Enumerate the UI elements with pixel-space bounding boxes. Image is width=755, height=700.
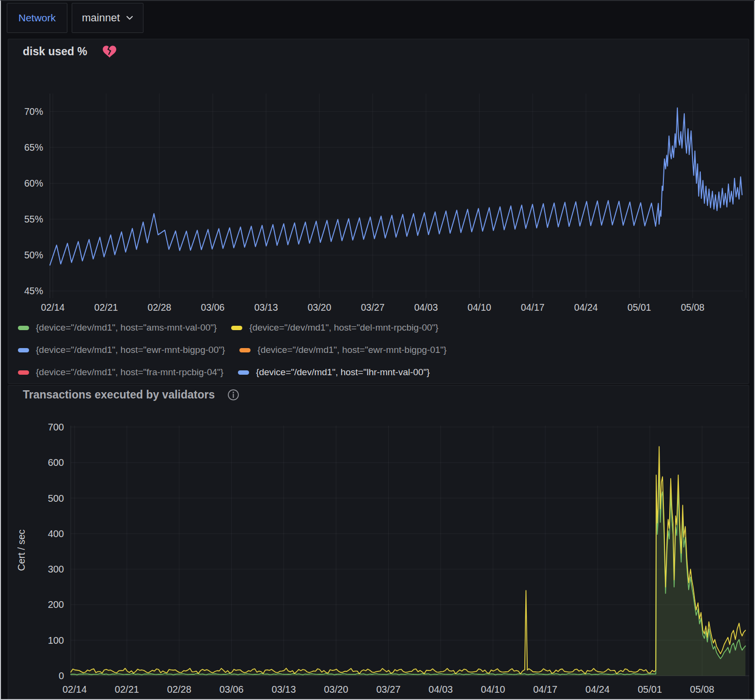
legend-series-label: {device="/dev/md1", host="ams-mnt-val-00… <box>36 322 217 333</box>
tx-panel-title[interactable]: Transactions executed by validators <box>23 388 215 401</box>
svg-text:05/08: 05/08 <box>690 684 714 695</box>
legend-series-swatch[interactable] <box>238 370 249 375</box>
disk-panel-header: disk used % <box>23 45 116 58</box>
legend-item[interactable]: {device="/dev/md1", host="ewr-mnt-bigpg-… <box>18 345 225 355</box>
svg-text:02/28: 02/28 <box>148 302 172 313</box>
svg-text:02/14: 02/14 <box>63 684 87 695</box>
legend-item[interactable]: {device="/dev/md1", host="fra-mnt-rpcbig… <box>18 367 223 378</box>
network-variable-value-text: mainnet <box>82 12 120 24</box>
tx-series-fill-green <box>71 463 745 676</box>
svg-text:05/01: 05/01 <box>628 302 651 313</box>
svg-text:65%: 65% <box>24 142 43 153</box>
svg-text:03/06: 03/06 <box>201 302 225 313</box>
svg-text:300: 300 <box>48 564 64 574</box>
legend-series-swatch[interactable] <box>18 370 29 375</box>
legend-row: {device="/dev/md1", host="ewr-mnt-bigpg-… <box>18 339 744 361</box>
legend-series-label: {device="/dev/md1", host="del-mnt-rpcbig… <box>249 322 438 333</box>
disk-used-series-line <box>50 108 742 265</box>
svg-text:70%: 70% <box>24 106 43 117</box>
svg-text:500: 500 <box>48 493 64 504</box>
chevron-down-icon <box>126 16 133 20</box>
svg-text:03/13: 03/13 <box>254 302 278 313</box>
svg-text:03/06: 03/06 <box>220 684 244 695</box>
svg-text:700: 700 <box>48 422 64 432</box>
svg-text:200: 200 <box>48 599 64 610</box>
svg-text:03/27: 03/27 <box>376 684 400 695</box>
transactions-chart[interactable]: 010020030040050060070002/1402/2102/2803/… <box>8 385 750 700</box>
legend-item[interactable]: {device="/dev/md1", host="ewr-mnt-bigpg-… <box>239 345 446 355</box>
legend-row: {device="/dev/md1", host="ams-mnt-val-00… <box>18 317 744 339</box>
svg-text:02/28: 02/28 <box>167 684 191 695</box>
svg-text:05/01: 05/01 <box>638 684 662 695</box>
legend-series-swatch[interactable] <box>18 326 29 330</box>
network-variable-label[interactable]: Network <box>7 3 67 33</box>
legend-item[interactable]: {device="/dev/md1", host="del-mnt-rpcbig… <box>231 322 438 333</box>
tx-y-axis-title: Cert / sec <box>16 529 27 571</box>
panel-disk-used: disk used % 45%50%55%60%65%70%02/1402/21… <box>8 39 749 384</box>
svg-text:03/27: 03/27 <box>361 302 385 313</box>
tx-series-line-yellow <box>71 446 745 674</box>
svg-text:04/17: 04/17 <box>533 684 557 695</box>
legend-item[interactable]: {device="/dev/md1", host="ams-mnt-val-00… <box>18 322 217 333</box>
svg-text:04/03: 04/03 <box>414 302 438 313</box>
tx-series-fill-yellow <box>71 446 745 676</box>
legend-row: {device="/dev/md1", host="fra-mnt-rpcbig… <box>18 361 744 383</box>
svg-text:60%: 60% <box>24 178 43 189</box>
legend-item[interactable]: {device="/dev/md1", host="lhr-mnt-val-00… <box>238 367 430 378</box>
svg-text:45%: 45% <box>24 286 43 296</box>
broken-heart-icon[interactable] <box>103 45 116 58</box>
legend-series-label: {device="/dev/md1", host="fra-mnt-rpcbig… <box>36 367 223 378</box>
svg-text:04/24: 04/24 <box>574 302 598 313</box>
svg-text:04/10: 04/10 <box>468 302 491 313</box>
svg-text:100: 100 <box>48 635 64 646</box>
svg-text:04/17: 04/17 <box>521 302 545 313</box>
svg-text:0: 0 <box>59 670 64 681</box>
svg-text:600: 600 <box>48 457 64 468</box>
svg-text:55%: 55% <box>24 214 43 224</box>
svg-text:02/21: 02/21 <box>94 302 118 313</box>
info-icon[interactable] <box>227 389 239 401</box>
svg-text:400: 400 <box>48 528 64 539</box>
svg-text:05/08: 05/08 <box>681 302 705 313</box>
legend-series-label: {device="/dev/md1", host="lhr-mnt-val-00… <box>256 367 430 378</box>
svg-text:02/14: 02/14 <box>41 302 65 313</box>
svg-text:04/24: 04/24 <box>585 684 610 695</box>
svg-text:50%: 50% <box>24 250 43 260</box>
svg-text:04/03: 04/03 <box>428 684 453 695</box>
tx-panel-header: Transactions executed by validators <box>23 388 239 401</box>
svg-text:02/21: 02/21 <box>115 684 139 695</box>
disk-used-chart[interactable]: 45%50%55%60%65%70%02/1402/2102/2803/0603… <box>8 39 750 323</box>
panel-transactions: Transactions executed by validators 0100… <box>8 385 749 700</box>
network-variable-dropdown[interactable]: mainnet <box>72 3 143 33</box>
svg-text:04/10: 04/10 <box>481 684 505 695</box>
disk-chart-legend: {device="/dev/md1", host="ams-mnt-val-00… <box>18 317 744 383</box>
legend-series-swatch[interactable] <box>18 348 29 352</box>
legend-series-label: {device="/dev/md1", host="ewr-mnt-bigpg-… <box>36 345 225 355</box>
legend-series-swatch[interactable] <box>231 326 242 330</box>
disk-panel-title[interactable]: disk used % <box>23 45 87 58</box>
svg-text:03/20: 03/20 <box>308 302 331 313</box>
svg-text:03/13: 03/13 <box>272 684 296 695</box>
legend-series-swatch[interactable] <box>239 348 251 352</box>
svg-text:03/20: 03/20 <box>324 684 348 695</box>
network-variable-label-text: Network <box>18 12 56 24</box>
legend-series-label: {device="/dev/md1", host="ewr-mnt-bigpg-… <box>257 345 446 355</box>
dashboard-variables-bar: Network mainnet <box>7 3 143 33</box>
